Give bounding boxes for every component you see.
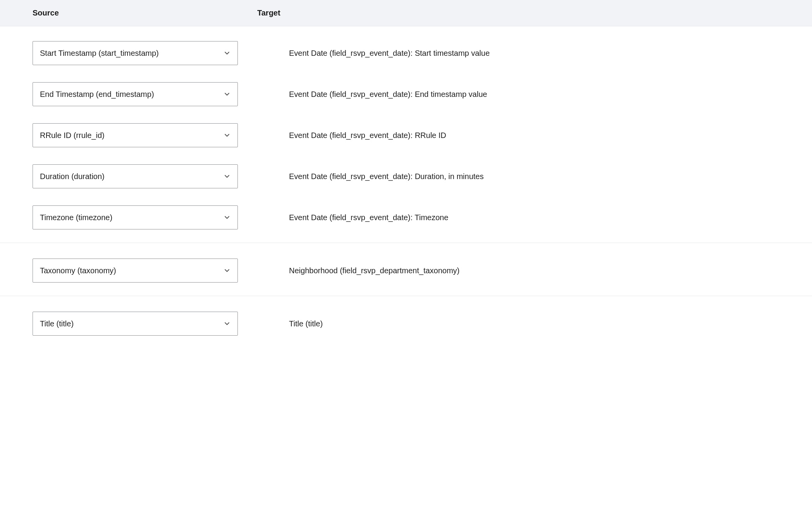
target-label: Event Date (field_rsvp_event_date): Time… [270, 213, 448, 222]
source-select[interactable]: RRule ID (rrule_id) [33, 123, 238, 147]
mapping-row: Title (title) Title (title) [0, 303, 812, 344]
source-select-value: Title (title) [40, 319, 74, 328]
source-select[interactable]: Timezone (timezone) [33, 205, 238, 229]
source-select[interactable]: Title (title) [33, 312, 238, 336]
source-select[interactable]: Taxonomy (taxonomy) [33, 259, 238, 283]
target-label: Event Date (field_rsvp_event_date): Star… [270, 49, 490, 57]
target-label: Event Date (field_rsvp_event_date): End … [270, 90, 487, 98]
source-select[interactable]: Duration (duration) [33, 164, 238, 188]
target-label: Title (title) [270, 319, 323, 328]
mapping-row: End Timestamp (end_timestamp) Event Date… [0, 74, 812, 115]
mapping-table: Source Target Start Timestamp (start_tim… [0, 0, 812, 344]
source-select-value: Timezone (timezone) [40, 213, 112, 222]
mapping-row: RRule ID (rrule_id) Event Date (field_rs… [0, 115, 812, 156]
mapping-row: Duration (duration) Event Date (field_rs… [0, 156, 812, 197]
source-select[interactable]: End Timestamp (end_timestamp) [33, 82, 238, 106]
table-header: Source Target [0, 0, 812, 26]
source-select-value: Taxonomy (taxonomy) [40, 266, 116, 275]
group-divider [0, 296, 812, 296]
source-select[interactable]: Start Timestamp (start_timestamp) [33, 41, 238, 65]
source-select-value: Start Timestamp (start_timestamp) [40, 49, 159, 58]
mapping-row: Start Timestamp (start_timestamp) Event … [0, 33, 812, 74]
source-select-value: End Timestamp (end_timestamp) [40, 90, 154, 99]
mapping-rows: Start Timestamp (start_timestamp) Event … [0, 26, 812, 344]
target-label: Event Date (field_rsvp_event_date): Dura… [270, 172, 484, 181]
target-column-header: Target [257, 9, 280, 17]
source-select-value: RRule ID (rrule_id) [40, 131, 105, 140]
mapping-row: Timezone (timezone) Event Date (field_rs… [0, 197, 812, 238]
mapping-row: Taxonomy (taxonomy) Neighborhood (field_… [0, 250, 812, 291]
group-divider [0, 243, 812, 243]
source-select-value: Duration (duration) [40, 172, 105, 181]
source-column-header: Source [33, 9, 59, 17]
target-label: Event Date (field_rsvp_event_date): RRul… [270, 131, 446, 140]
target-label: Neighborhood (field_rsvp_department_taxo… [270, 266, 459, 275]
